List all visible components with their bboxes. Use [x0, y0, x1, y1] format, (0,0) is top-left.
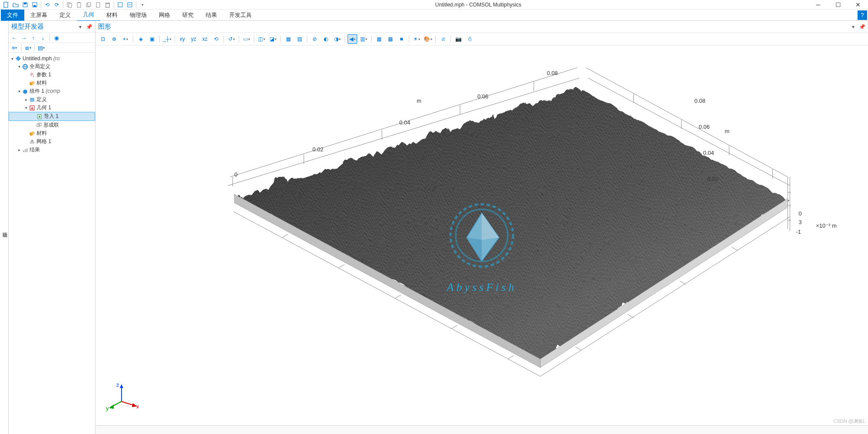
yz-plane-icon[interactable]: yz [189, 34, 198, 44]
z-tick-1: 3 [799, 219, 802, 225]
sel-create-icon[interactable]: ▦ [283, 34, 293, 44]
tree-node-组件 1[interactable]: ▾组件 1 (comp [9, 87, 95, 95]
scene-light-icon[interactable]: ☀▾ [412, 34, 421, 44]
tree-node-材料[interactable]: 材料 [9, 129, 95, 137]
tree-node-网格 1[interactable]: 网格 1 [9, 137, 95, 146]
xz-plane-icon[interactable]: xz [200, 34, 210, 44]
sort-icon[interactable]: ▤▾ [37, 44, 45, 52]
separator [345, 36, 345, 42]
select-adjacent-icon[interactable]: ◪▾ [268, 34, 278, 44]
y-tick-3: 0.08 [694, 98, 705, 104]
undo-icon[interactable]: ⟲ [43, 1, 52, 9]
view-opts-active-icon[interactable]: ◀▾ [348, 34, 357, 44]
tab-mesh[interactable]: 网格 [153, 10, 176, 21]
snapshot-icon[interactable]: 📷 [454, 34, 463, 44]
tree-node-形成联[interactable]: 形成联 [9, 121, 95, 129]
help-button[interactable]: ? [858, 10, 867, 20]
back-icon[interactable]: ← [10, 34, 18, 42]
expander-icon[interactable]: ▾ [16, 89, 22, 94]
zoom-in-icon[interactable]: ⊕ [109, 34, 119, 44]
graphics-canvas[interactable]: 0 0.02 0.04 0.06 0.08 m 0.02 0.04 0.06 0… [95, 46, 868, 425]
render-wire-icon[interactable]: ▩ [385, 34, 395, 44]
results-icon [22, 147, 29, 153]
expander-icon[interactable]: ▾ [16, 64, 22, 69]
show-more-icon[interactable]: ◉ [53, 34, 60, 42]
new-file-icon[interactable] [2, 1, 10, 9]
axis-triad[interactable] [108, 382, 139, 412]
close-button[interactable]: ✕ [848, 0, 868, 10]
coord-origin-icon[interactable]: ⎯┼▾ [162, 34, 172, 44]
tab-physics[interactable]: 物理场 [124, 10, 153, 21]
collapsed-ribbon-label[interactable]: 功能区 [0, 21, 9, 434]
tab-developer[interactable]: 开发工具 [223, 10, 258, 21]
tree-node-全局定义[interactable]: ▾全局定义 [9, 62, 95, 71]
palette-icon[interactable]: 🎨▾ [423, 34, 433, 44]
up-icon[interactable]: ↑ [30, 34, 37, 42]
hide-others-icon[interactable]: ◐ [321, 34, 331, 44]
copy-icon[interactable] [65, 1, 74, 9]
redo-icon[interactable]: ⟳ [53, 1, 61, 9]
model-builder-title: 模型开发器 [11, 23, 77, 31]
delete-icon[interactable] [103, 1, 112, 9]
tree-node-参数 1[interactable]: Pi参数 1 [9, 71, 95, 79]
expander-icon[interactable]: ▾ [23, 105, 29, 110]
paste-node-icon[interactable] [94, 1, 102, 9]
tree-node-几何 1[interactable]: ▾几何 1 [9, 104, 95, 112]
xy-plane-icon[interactable]: xy [178, 34, 187, 44]
window-title: Untitled.mph - COMSOL Multiphysics [148, 2, 808, 8]
select-mode-icon[interactable]: ◫▾ [257, 34, 266, 44]
pin-icon[interactable]: ▾ [77, 23, 84, 30]
separator [239, 36, 239, 42]
render-mesh-icon[interactable]: ▦ [374, 34, 384, 44]
find-icon[interactable] [116, 1, 125, 9]
tree-node-材料[interactable]: 材料 [9, 79, 95, 87]
pin-panel-icon[interactable]: 📌 [858, 23, 865, 30]
forward-icon[interactable]: → [20, 34, 28, 42]
down-icon[interactable]: ↓ [39, 34, 47, 42]
save-icon[interactable] [21, 1, 30, 9]
render-solid-icon[interactable]: ■ [397, 34, 406, 44]
tab-results[interactable]: 结果 [200, 10, 223, 21]
view-split-icon[interactable]: ▥▾ [359, 34, 368, 44]
zoom-extents-icon[interactable]: ⊡ [98, 34, 108, 44]
zoom-box-icon[interactable]: ⌖▾ [121, 34, 130, 44]
minimize-button[interactable]: ─ [808, 0, 828, 10]
tab-definitions[interactable]: 定义 [53, 10, 77, 21]
paste-icon[interactable] [75, 1, 83, 9]
tree-label: 材料 [36, 130, 47, 137]
copy-node-icon[interactable] [84, 1, 93, 9]
zoom-window-icon[interactable]: ▣ [147, 34, 157, 44]
find-replace-icon[interactable] [125, 1, 134, 9]
expander-icon[interactable]: ▾ [10, 56, 15, 61]
hide-sel-icon[interactable]: ⊘ [310, 34, 319, 44]
tab-geometry[interactable]: 几何 [77, 9, 100, 21]
print-icon[interactable]: ⎙ [465, 34, 474, 44]
select-box-icon[interactable]: ▭▾ [242, 34, 251, 44]
triad-y: y [106, 405, 109, 411]
pin-panel-icon[interactable]: 📌 [85, 23, 92, 30]
file-tab[interactable]: 文件 [1, 10, 24, 21]
customize-dropdown-icon[interactable]: ▾ [138, 1, 147, 9]
tab-materials[interactable]: 材料 [100, 10, 124, 21]
tree-node-导入 1[interactable]: 导入 1 [9, 112, 95, 121]
separator [21, 44, 21, 51]
tree-node-Untitled.mph[interactable]: ▾Untitled.mph (ro [9, 55, 95, 62]
maximize-button[interactable]: ☐ [828, 0, 848, 10]
camera-icon[interactable]: ⎚ [438, 34, 448, 44]
tab-study[interactable]: 研究 [176, 10, 200, 21]
open-file-icon[interactable] [11, 1, 20, 9]
tab-home[interactable]: 主屏幕 [24, 10, 53, 21]
reset-icon[interactable]: ↺▾ [227, 34, 236, 44]
collapse-icon[interactable]: ≡▾ [10, 44, 18, 52]
tree-node-定义[interactable]: ▸定义 [9, 95, 95, 104]
save-as-icon[interactable] [30, 1, 39, 9]
rotate-view-icon[interactable]: ⟲ [211, 34, 221, 44]
expander-icon[interactable]: ▸ [16, 147, 22, 152]
show-hidden-icon[interactable]: ◑▾ [332, 34, 342, 44]
zoom-selected-icon[interactable]: ◈ [136, 34, 145, 44]
sel-toggle-icon[interactable]: ▧ [295, 34, 304, 44]
expand-icon[interactable]: ≣▾ [24, 44, 32, 52]
expander-icon[interactable]: ▸ [23, 97, 29, 102]
pin-icon[interactable]: ▾ [850, 23, 857, 30]
tree-node-结果[interactable]: ▸结果 [9, 146, 95, 154]
